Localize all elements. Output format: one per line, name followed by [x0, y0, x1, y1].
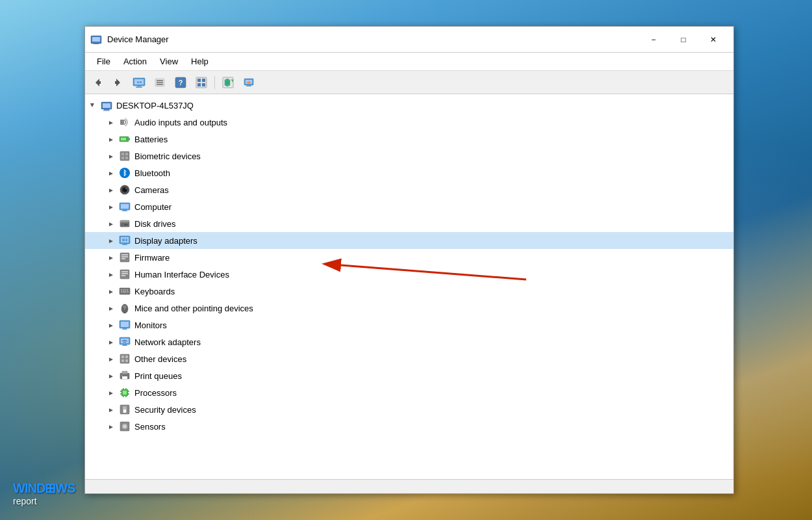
svg-rect-116: [123, 425, 126, 428]
hid-icon: [119, 268, 131, 280]
expand-arrow-monitor[interactable]: ►: [106, 320, 116, 330]
properties-button[interactable]: ?: [171, 73, 190, 92]
tree-item-mouse[interactable]: ► Mice and other pointing devices: [85, 300, 733, 317]
svg-rect-41: [121, 153, 124, 155]
svg-rect-95: [121, 359, 124, 362]
tree-item-security[interactable]: ► Security devices: [85, 401, 733, 418]
svg-rect-10: [137, 86, 141, 87]
computer-icon: [119, 201, 131, 213]
svg-rect-96: [125, 359, 128, 362]
expand-arrow-firmware[interactable]: ►: [106, 252, 116, 263]
tree-label-monitor: Monitors: [133, 320, 167, 330]
tree-item-processor[interactable]: ► Processors: [85, 384, 733, 401]
root-expand-arrow[interactable]: ►: [88, 100, 98, 110]
tree-item-monitor[interactable]: ► Monitors: [85, 317, 733, 333]
tree-item-bluetooth[interactable]: ► ᛒ Bluetooth: [85, 164, 733, 181]
expand-arrow-sensor[interactable]: ►: [106, 421, 116, 432]
device-manager-view-button[interactable]: [129, 73, 149, 92]
expand-arrow-processor[interactable]: ►: [106, 387, 116, 398]
menu-view[interactable]: View: [153, 54, 184, 69]
monitor-icon: [119, 319, 131, 331]
close-button[interactable]: ✕: [698, 30, 728, 49]
expand-arrow-biometric[interactable]: ►: [106, 151, 116, 161]
svg-rect-36: [120, 120, 124, 125]
tree-label-print: Print queues: [133, 371, 182, 381]
svg-rect-77: [127, 289, 128, 291]
expand-arrow-hid[interactable]: ►: [106, 269, 116, 280]
svg-rect-43: [121, 157, 124, 159]
menu-bar: File Action View Help: [85, 53, 733, 71]
list-view-button[interactable]: [150, 73, 170, 92]
tree-label-disk: Disk drives: [133, 219, 176, 229]
svg-rect-21: [197, 79, 201, 82]
tree-root[interactable]: ► DESKTOP-4L537JQ: [85, 97, 733, 114]
tree-item-disk[interactable]: ► Disk drives: [85, 215, 733, 232]
menu-help[interactable]: Help: [184, 54, 215, 69]
svg-rect-23: [197, 83, 201, 86]
maximize-button[interactable]: □: [668, 30, 698, 49]
tree-item-firmware[interactable]: ► Firmware: [85, 249, 733, 266]
expand-arrow-bluetooth[interactable]: ►: [106, 168, 116, 178]
window-title: Device Manager: [107, 34, 639, 44]
battery-icon: [119, 133, 131, 145]
expand-arrow-display[interactable]: ►: [106, 235, 116, 246]
scan-changes-button[interactable]: [218, 73, 238, 92]
svg-rect-39: [121, 138, 126, 140]
expand-arrow-security[interactable]: ►: [106, 404, 116, 415]
back-button[interactable]: [88, 73, 107, 92]
svg-rect-102: [123, 391, 127, 395]
expand-arrow-mouse[interactable]: ►: [106, 303, 116, 313]
expand-arrow-network[interactable]: ►: [106, 337, 116, 347]
tree-item-print[interactable]: ► Print queues: [85, 367, 733, 384]
tree-item-other[interactable]: ► Other devices: [85, 350, 733, 367]
window-controls: − □ ✕: [639, 30, 728, 49]
tree-label-sensor: Sensors: [133, 422, 166, 432]
svg-rect-98: [122, 371, 127, 374]
svg-point-50: [125, 188, 127, 189]
svg-rect-75: [123, 289, 124, 291]
tree-item-network[interactable]: ► Network adapters: [85, 333, 733, 350]
menu-file[interactable]: File: [90, 54, 117, 69]
network-icon: [119, 336, 131, 348]
tree-item-biometric[interactable]: ► Biometric devices: [85, 148, 733, 164]
camera-icon: [119, 184, 131, 196]
biometric-icon: [119, 150, 131, 162]
processor-icon: [119, 387, 131, 398]
tree-item-display[interactable]: ► Display adapters: [85, 232, 733, 249]
expand-arrow-camera[interactable]: ►: [106, 185, 116, 195]
expand-arrow-other[interactable]: ►: [106, 354, 116, 364]
expand-arrow-keyboard[interactable]: ►: [106, 286, 116, 296]
svg-rect-34: [104, 109, 109, 110]
tree-item-keyboard[interactable]: ► Keyboards: [85, 283, 733, 300]
expand-arrow-print[interactable]: ►: [106, 370, 116, 381]
tree-item-camera[interactable]: ► Cameras: [85, 181, 733, 198]
tree-item-audio[interactable]: ► Audio inputs and outputs: [85, 114, 733, 131]
window-icon: [90, 34, 102, 46]
tree-item-sensor[interactable]: ► Sensors: [85, 418, 733, 435]
svg-rect-74: [121, 289, 122, 291]
print-icon: [119, 370, 131, 382]
update-button[interactable]: [239, 73, 259, 92]
forward-button[interactable]: [108, 73, 128, 92]
expand-arrow-computer[interactable]: ►: [106, 202, 116, 212]
view-button[interactable]: [192, 73, 211, 92]
svg-rect-54: [122, 211, 127, 211]
minimize-button[interactable]: −: [639, 30, 668, 49]
expand-arrow-battery[interactable]: ►: [106, 134, 116, 144]
tree-item-hid[interactable]: ► Human Interface Devices: [85, 266, 733, 283]
tree-label-security: Security devices: [133, 405, 196, 415]
svg-rect-66: [121, 254, 128, 255]
menu-action[interactable]: Action: [117, 54, 153, 69]
svg-rect-79: [123, 291, 126, 292]
tree-item-battery[interactable]: ► Batteries: [85, 131, 733, 148]
svg-rect-67: [121, 256, 128, 257]
tree-view[interactable]: ► DESKTOP-4L537JQ ► Audio inputs and out…: [85, 94, 733, 479]
expand-arrow-disk[interactable]: ►: [106, 218, 116, 229]
other-icon: [119, 353, 131, 365]
tree-item-computer[interactable]: ► Computer: [85, 198, 733, 215]
svg-rect-78: [121, 291, 122, 292]
expand-arrow-audio[interactable]: ►: [106, 117, 116, 127]
svg-rect-38: [129, 138, 130, 140]
svg-rect-63: [122, 239, 125, 241]
svg-rect-35: [103, 110, 110, 111]
